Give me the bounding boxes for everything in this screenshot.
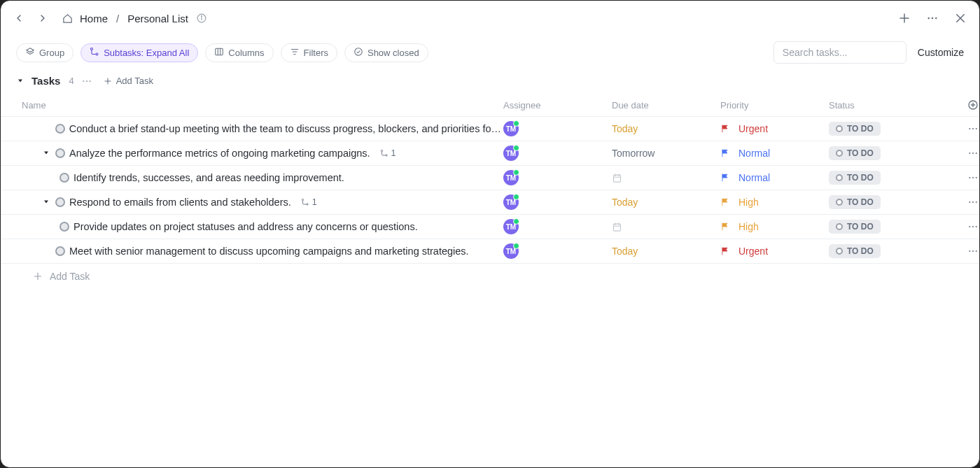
- section-collapse-icon[interactable]: [16, 76, 24, 87]
- priority-cell[interactable]: Normal: [720, 172, 829, 183]
- row-expand-icon[interactable]: [41, 148, 51, 159]
- assignee-cell[interactable]: TM: [503, 170, 612, 185]
- row-more-icon[interactable]: [967, 123, 979, 134]
- status-circle-icon[interactable]: [55, 246, 65, 256]
- due-date-cell[interactable]: Tomorrow: [612, 148, 720, 159]
- priority-cell[interactable]: High: [720, 221, 829, 232]
- status-cell[interactable]: TO DO: [829, 171, 948, 185]
- show-closed-chip[interactable]: Show closed: [344, 43, 428, 62]
- avatar[interactable]: TM: [503, 170, 519, 185]
- status-circle-icon[interactable]: [55, 197, 65, 207]
- avatar[interactable]: TM: [503, 219, 519, 234]
- priority-cell[interactable]: High: [720, 197, 829, 208]
- svg-point-21: [83, 80, 84, 82]
- status-circle-icon[interactable]: [59, 222, 69, 232]
- close-icon[interactable]: [954, 12, 967, 24]
- status-chip[interactable]: TO DO: [829, 146, 881, 160]
- columns-chip[interactable]: Columns: [205, 43, 273, 62]
- svg-point-60: [976, 250, 977, 252]
- task-name-cell[interactable]: Respond to emails from clients and stake…: [13, 197, 503, 208]
- add-task-header-button[interactable]: Add Task: [104, 76, 153, 86]
- col-name[interactable]: Name: [13, 100, 503, 111]
- add-task-row[interactable]: Add Task: [1, 264, 979, 289]
- table-row[interactable]: Identify trends, successes, and areas ne…: [1, 166, 979, 190]
- status-cell[interactable]: TO DO: [829, 244, 948, 258]
- task-name-cell[interactable]: Provide updates on project statuses and …: [13, 221, 503, 232]
- filter-icon: [290, 47, 300, 59]
- assignee-cell[interactable]: TM: [503, 121, 612, 136]
- flag-icon: [720, 197, 730, 207]
- due-date-cell[interactable]: Today: [612, 197, 720, 208]
- subtask-count-badge: 1: [380, 148, 396, 158]
- svg-point-43: [972, 177, 974, 178]
- info-icon[interactable]: [197, 13, 206, 23]
- row-expand-icon[interactable]: [41, 197, 51, 208]
- col-due-date[interactable]: Due date: [612, 100, 720, 111]
- more-icon[interactable]: [926, 12, 939, 24]
- assignee-cell[interactable]: TM: [503, 146, 612, 161]
- task-name: Provide updates on project statuses and …: [74, 221, 418, 232]
- due-date-cell[interactable]: [612, 222, 720, 232]
- group-chip[interactable]: Group: [16, 43, 74, 62]
- row-more-icon[interactable]: [967, 172, 979, 183]
- row-more-icon[interactable]: [967, 197, 979, 208]
- svg-point-37: [976, 153, 977, 154]
- priority-cell[interactable]: Urgent: [720, 246, 829, 257]
- search-input[interactable]: [774, 41, 906, 64]
- status-chip[interactable]: TO DO: [829, 171, 881, 185]
- col-status[interactable]: Status: [829, 100, 948, 111]
- table-row[interactable]: Respond to emails from clients and stake…: [1, 190, 979, 215]
- status-cell[interactable]: TO DO: [829, 122, 948, 136]
- nav-forward-icon[interactable]: [37, 13, 48, 24]
- add-icon[interactable]: [898, 12, 911, 24]
- task-name-cell[interactable]: Analyze the performance metrics of ongoi…: [13, 148, 503, 159]
- status-cell[interactable]: TO DO: [829, 220, 948, 234]
- status-cell[interactable]: TO DO: [829, 195, 948, 209]
- col-assignee[interactable]: Assignee: [503, 100, 612, 111]
- status-circle-icon[interactable]: [55, 124, 65, 134]
- status-chip[interactable]: TO DO: [829, 244, 881, 258]
- nav-back-icon[interactable]: [13, 13, 24, 24]
- flag-icon: [720, 246, 730, 256]
- svg-marker-32: [44, 152, 48, 155]
- due-date-cell[interactable]: Today: [612, 246, 720, 257]
- status-dot-icon: [836, 125, 843, 132]
- home-icon[interactable]: [62, 13, 73, 24]
- subtasks-chip[interactable]: Subtasks: Expand All: [80, 43, 198, 62]
- avatar[interactable]: TM: [503, 243, 519, 259]
- row-more-icon[interactable]: [967, 221, 979, 232]
- avatar[interactable]: TM: [503, 194, 519, 210]
- filters-chip[interactable]: Filters: [281, 43, 337, 62]
- table-row[interactable]: Meet with senior management to discuss u…: [1, 239, 979, 264]
- avatar[interactable]: TM: [503, 121, 519, 136]
- table-row[interactable]: Provide updates on project statuses and …: [1, 215, 979, 239]
- task-name-cell[interactable]: Meet with senior management to discuss u…: [13, 246, 503, 257]
- table-row[interactable]: Conduct a brief stand-up meeting with th…: [1, 117, 979, 141]
- priority-cell[interactable]: Normal: [720, 148, 829, 159]
- breadcrumb-current[interactable]: Personal List: [127, 13, 188, 24]
- breadcrumb-home[interactable]: Home: [80, 13, 108, 24]
- status-circle-icon[interactable]: [55, 148, 65, 158]
- add-column-icon[interactable]: [967, 99, 979, 111]
- assignee-cell[interactable]: TM: [503, 194, 612, 210]
- task-name-cell[interactable]: Conduct a brief stand-up meeting with th…: [13, 123, 503, 134]
- assignee-cell[interactable]: TM: [503, 243, 612, 259]
- row-more-icon[interactable]: [967, 148, 979, 159]
- assignee-cell[interactable]: TM: [503, 219, 612, 234]
- avatar[interactable]: TM: [503, 146, 519, 161]
- due-date-cell[interactable]: [612, 173, 720, 183]
- status-chip[interactable]: TO DO: [829, 220, 881, 234]
- priority-cell[interactable]: Urgent: [720, 123, 829, 134]
- due-date-cell[interactable]: Today: [612, 123, 720, 134]
- col-priority[interactable]: Priority: [720, 100, 829, 111]
- status-cell[interactable]: TO DO: [829, 146, 948, 160]
- status-circle-icon[interactable]: [59, 173, 69, 183]
- section-more-icon[interactable]: [81, 76, 92, 87]
- status-chip[interactable]: TO DO: [829, 195, 881, 209]
- customize-button[interactable]: Customize: [918, 47, 964, 58]
- show-closed-label: Show closed: [368, 48, 419, 58]
- table-row[interactable]: Analyze the performance metrics of ongoi…: [1, 141, 979, 166]
- task-name-cell[interactable]: Identify trends, successes, and areas ne…: [13, 172, 503, 183]
- status-chip[interactable]: TO DO: [829, 122, 881, 136]
- row-more-icon[interactable]: [967, 246, 979, 257]
